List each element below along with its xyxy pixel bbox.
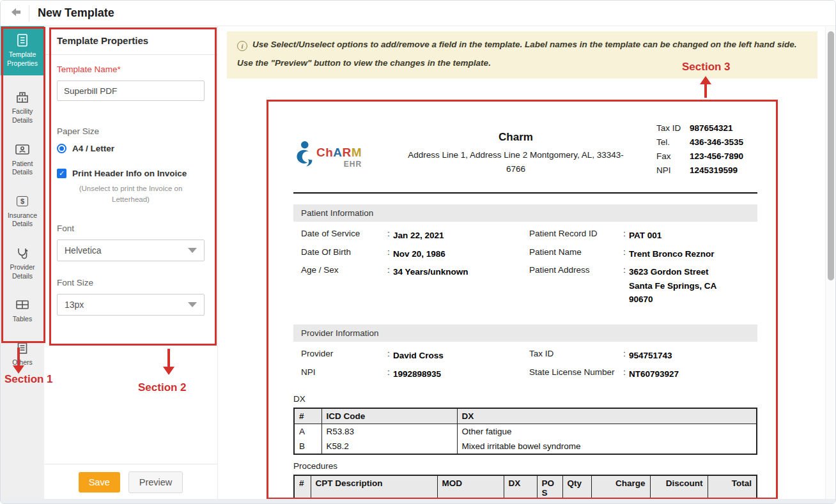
- header-rule: [293, 192, 757, 194]
- vertical-scrollbar[interactable]: [825, 27, 835, 503]
- font-size-select-value: 13px: [65, 300, 84, 310]
- patient-info: Date of ServiceJan 22, 2021 Date Of Birt…: [293, 222, 757, 314]
- patient-info-header: Patient Information: [293, 204, 757, 222]
- charm-figure-icon: [293, 140, 314, 170]
- sidebar-item-label: Template Properties: [2, 50, 43, 68]
- meta-row: Fax123-456-7890: [656, 151, 757, 161]
- provider-info: ProviderDavid Cross NPI1992898935 Tax ID…: [293, 342, 757, 388]
- radio-selected-icon[interactable]: [57, 144, 66, 153]
- sidebar-item-label: Facility Details: [2, 107, 43, 125]
- info-row: Date Of BirthNov 20, 1986: [301, 247, 529, 261]
- paper-size-label: Paper Size: [57, 126, 205, 136]
- panel-footer: Save Preview: [44, 464, 217, 500]
- preview-button[interactable]: Preview: [128, 471, 183, 493]
- procedures-table: # CPT Description MOD DX POS Qty Charge …: [293, 475, 757, 500]
- info-row: Date of ServiceJan 22, 2021: [301, 229, 529, 243]
- charm-wordmark: ChARM: [316, 146, 362, 158]
- procedures-label: Procedures: [293, 461, 757, 471]
- banner-line2: Use the "Preview" button to view the cha…: [237, 57, 807, 70]
- info-icon: [237, 41, 247, 51]
- topbar-divider: [29, 5, 29, 22]
- info-row: Patient NameTrent Bronco Reznor: [529, 247, 757, 261]
- page-title: New Template: [38, 6, 114, 20]
- font-label: Font: [57, 224, 205, 233]
- page-bottom-edge: [1, 499, 835, 503]
- font-size-select[interactable]: 13px: [57, 294, 205, 316]
- panel-title: Template Properties: [44, 35, 217, 55]
- sidebar-item-label: Others: [12, 358, 33, 367]
- procedures-header-row: # CPT Description MOD DX POS Qty Charge …: [294, 475, 757, 500]
- sidebar-item-label: Provider Details: [2, 263, 43, 280]
- paper-size-option-label: A4 / Letter: [72, 144, 114, 153]
- meta-row: NPI1245319599: [656, 165, 757, 175]
- sidebar-item-insurance-details[interactable]: Insurance Details: [1, 191, 44, 231]
- info-row: Patient Address 3623 Gordon StreetSanta …: [529, 265, 757, 307]
- info-row: State License NumberNT60793927: [529, 367, 757, 381]
- patient-icon: [15, 142, 30, 157]
- dropdown-caret-icon: [188, 302, 197, 307]
- font-select-value: Helvetica: [65, 245, 102, 256]
- sidebar-item-others[interactable]: Others: [1, 338, 44, 370]
- dropdown-caret-icon: [188, 248, 197, 253]
- banner-line1: Use Select/Unselect options to add/remov…: [237, 38, 807, 51]
- invoice-meta: Tax ID987654321 Tel.436-346-3535 Fax123-…: [656, 122, 757, 179]
- clinic-address: Address Line 1, Address Line 2 Montgomer…: [375, 148, 656, 176]
- print-header-note: (Unselect to print the Invoice on Letter…: [64, 183, 198, 204]
- clinic-block: Charm Address Line 1, Address Line 2 Mon…: [375, 122, 656, 179]
- main-area: Use Select/Unselect options to add/remov…: [218, 26, 825, 503]
- template-properties-icon: [15, 33, 30, 48]
- sidebar-item-tables[interactable]: Tables: [1, 294, 44, 326]
- invoice-preview: ChARM EHR Charm Address Line 1, Address …: [293, 122, 757, 500]
- info-banner: Use Select/Unselect options to add/remov…: [227, 31, 817, 79]
- info-row: ProviderDavid Cross: [301, 349, 529, 363]
- back-arrow-icon: [10, 7, 22, 20]
- info-row: Age / Sex34 Years/unknown: [301, 265, 529, 279]
- tables-icon: [15, 297, 30, 312]
- info-row: Patient Record IDPAT 001: [529, 229, 757, 243]
- checkbox-checked-icon[interactable]: [57, 169, 66, 178]
- template-name-label: Template Name*: [57, 65, 205, 74]
- print-header-label: Print Header Info on Invoice: [72, 169, 187, 178]
- new-template-page: New Template Template Properties Facilit…: [0, 0, 836, 504]
- top-bar: New Template: [1, 1, 835, 26]
- dx-row: BK58.2Mixed irritable bowel syndrome: [294, 439, 757, 454]
- provider-info-header: Provider Information: [293, 325, 757, 342]
- others-icon: [15, 340, 30, 356]
- sidebar: Template Properties Facility Details Pat…: [1, 26, 44, 504]
- dx-row: AR53.83Other fatigue: [294, 424, 757, 439]
- scrollbar-thumb[interactable]: [828, 31, 834, 280]
- meta-row: Tel.436-346-3535: [656, 137, 757, 147]
- save-button[interactable]: Save: [79, 472, 120, 493]
- sidebar-item-label: Patient Details: [2, 160, 43, 177]
- dx-label: DX: [293, 394, 757, 404]
- font-select[interactable]: Helvetica: [57, 240, 205, 261]
- dollar-icon: [15, 194, 30, 209]
- dx-header-row: # ICD Code DX: [294, 408, 757, 424]
- info-row: NPI1992898935: [301, 367, 529, 381]
- template-name-input[interactable]: [57, 80, 205, 101]
- template-preview[interactable]: ChARM EHR Charm Address Line 1, Address …: [267, 100, 778, 500]
- font-size-label: Font Size: [57, 278, 205, 287]
- sidebar-item-label: Insurance Details: [2, 211, 43, 229]
- sidebar-item-template-properties[interactable]: Template Properties: [1, 26, 44, 75]
- facility-icon: [15, 89, 30, 105]
- clinic-name: Charm: [375, 131, 656, 144]
- sidebar-item-label: Tables: [13, 315, 32, 324]
- meta-row: Tax ID987654321: [656, 123, 757, 133]
- dx-table: # ICD Code DX AR53.83Other fatigue BK58.…: [293, 408, 757, 455]
- invoice-header: ChARM EHR Charm Address Line 1, Address …: [293, 122, 757, 179]
- print-header-checkbox-row[interactable]: Print Header Info on Invoice: [57, 169, 205, 178]
- paper-size-radio-row[interactable]: A4 / Letter: [57, 144, 205, 153]
- sidebar-item-provider-details[interactable]: Provider Details: [1, 243, 44, 283]
- template-properties-panel: Template Properties Template Name* Paper…: [44, 26, 218, 504]
- info-row: Tax ID954751743: [529, 349, 757, 363]
- back-button[interactable]: [9, 6, 23, 20]
- sidebar-item-facility-details[interactable]: Facility Details: [1, 87, 44, 127]
- sidebar-item-patient-details[interactable]: Patient Details: [1, 139, 44, 179]
- charm-logo: ChARM EHR: [293, 122, 375, 179]
- logo-ehr-text: EHR: [316, 160, 362, 169]
- stethoscope-icon: [15, 245, 30, 261]
